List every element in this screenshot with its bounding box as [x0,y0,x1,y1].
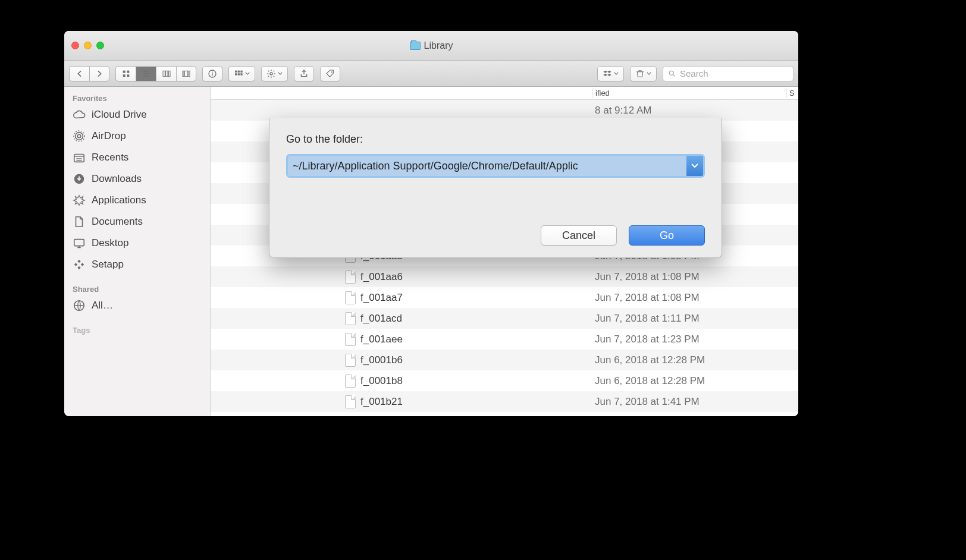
window-title: Library [424,40,453,51]
file-icon [345,354,356,367]
view-mode-group [115,66,196,81]
svg-rect-7 [183,71,184,76]
svg-rect-0 [123,70,125,73]
column-header-date[interactable]: ified [592,89,786,97]
setapp-icon [73,258,86,271]
trash-button[interactable] [630,66,657,81]
favorites-heading: Favorites [64,90,210,104]
file-icon [345,312,356,325]
svg-point-20 [669,71,673,75]
sidebar-item-applications[interactable]: Applications [64,190,210,211]
arrange-button[interactable] [228,66,255,81]
toolbar: Search [64,61,798,87]
sidebar-item-documents[interactable]: Documents [64,211,210,232]
info-button[interactable] [202,66,222,81]
nav-group [69,66,109,81]
list-icon [142,69,151,78]
sidebar-item-airdrop[interactable]: AirDrop [64,125,210,147]
chevron-left-icon [75,69,84,78]
cancel-button[interactable]: Cancel [541,225,617,246]
file-name: f_001acd [360,313,402,325]
file-name: f_001aa7 [360,292,403,304]
sidebar-item-label: Setapp [92,259,124,270]
go-button-label: Go [660,229,674,242]
file-row[interactable]: f_001aeeJun 7, 2018 at 1:23 PM [211,329,798,350]
window-controls [71,42,104,49]
apps-icon [73,194,86,207]
sidebar-item-desktop[interactable]: Desktop [64,232,210,254]
tags-button[interactable] [320,66,340,81]
file-date: Jun 7, 2018 at 1:23 PM [592,334,798,345]
grid-icon [121,69,131,78]
close-window-button[interactable] [71,42,79,49]
svg-point-19 [331,71,333,73]
forward-button[interactable] [89,66,109,81]
back-button[interactable] [69,66,89,81]
file-icon [345,395,356,408]
svg-rect-2 [123,74,125,77]
sidebar-item-all-shared[interactable]: All… [64,295,210,316]
columns-icon [162,69,171,78]
column-view-button[interactable] [156,66,176,81]
action-button[interactable] [261,66,288,81]
zoom-window-button[interactable] [96,42,104,49]
svg-rect-4 [163,71,165,76]
sidebar-item-label: Documents [92,216,143,228]
window-title-wrap: Library [64,31,798,60]
svg-rect-26 [74,240,84,246]
svg-rect-15 [235,73,237,75]
list-view-button[interactable] [136,66,156,81]
file-name: f_0001b6 [360,354,403,366]
file-row[interactable]: f_0001b6Jun 6, 2018 at 12:28 PM [211,350,798,370]
file-row[interactable]: f_0001b8Jun 6, 2018 at 12:28 PM [211,370,798,391]
chevron-down-icon [278,72,283,75]
sidebar-item-label: AirDrop [92,130,126,142]
file-icon [345,375,356,388]
svg-rect-14 [240,70,242,72]
dropbox-button[interactable] [597,66,624,81]
gear-icon [266,69,276,78]
column-header-size[interactable]: S [786,89,798,97]
sidebar-item-label: Desktop [92,237,128,249]
column-header-row: ified S [211,87,798,100]
search-input[interactable]: Search [663,66,794,81]
file-name: f_001aee [360,334,403,345]
sidebar-item-label: All… [92,300,113,312]
icon-view-button[interactable] [115,66,136,81]
folder-path-dropdown-button[interactable] [686,156,703,176]
svg-rect-1 [127,70,129,73]
sidebar-item-downloads[interactable]: Downloads [64,168,210,190]
sidebar-item-icloud[interactable]: iCloud Drive [64,104,210,125]
file-date: Jun 7, 2018 at 1:11 PM [592,313,798,325]
search-placeholder: Search [680,68,708,78]
chevron-down-icon [647,72,651,75]
cancel-button-label: Cancel [562,229,595,242]
go-to-folder-dialog: Go to the folder: Cancel Go [269,118,722,258]
gallery-view-button[interactable] [176,66,196,81]
svg-rect-13 [238,70,240,72]
chevron-down-icon [245,72,250,75]
arrange-icon [234,69,243,78]
sidebar-item-label: Applications [92,194,146,206]
svg-rect-12 [235,70,237,72]
share-button[interactable] [294,66,314,81]
file-row[interactable]: f_001acdJun 7, 2018 at 1:11 PM [211,308,798,329]
folder-path-input[interactable] [288,156,686,176]
sidebar-item-setapp[interactable]: Setapp [64,254,210,275]
shared-heading: Shared [64,281,210,295]
file-row[interactable]: f_001aa7Jun 7, 2018 at 1:08 PM [211,287,798,308]
file-date: Jun 6, 2018 at 12:28 PM [592,354,798,366]
trash-icon [635,69,645,78]
chevron-down-icon [614,72,619,75]
titlebar: Library [64,31,798,61]
file-row[interactable]: f_001aa6Jun 7, 2018 at 1:08 PM [211,266,798,287]
svg-point-21 [77,134,81,138]
doc-icon [73,215,86,228]
minimize-window-button[interactable] [84,42,92,49]
sidebar-item-recents[interactable]: Recents [64,147,210,168]
chevron-down-icon [691,163,698,169]
go-button[interactable]: Go [629,225,705,246]
file-row[interactable]: f_001b21Jun 7, 2018 at 1:41 PM [211,391,798,412]
svg-rect-3 [127,74,129,77]
sidebar-item-label: Recents [92,152,128,163]
